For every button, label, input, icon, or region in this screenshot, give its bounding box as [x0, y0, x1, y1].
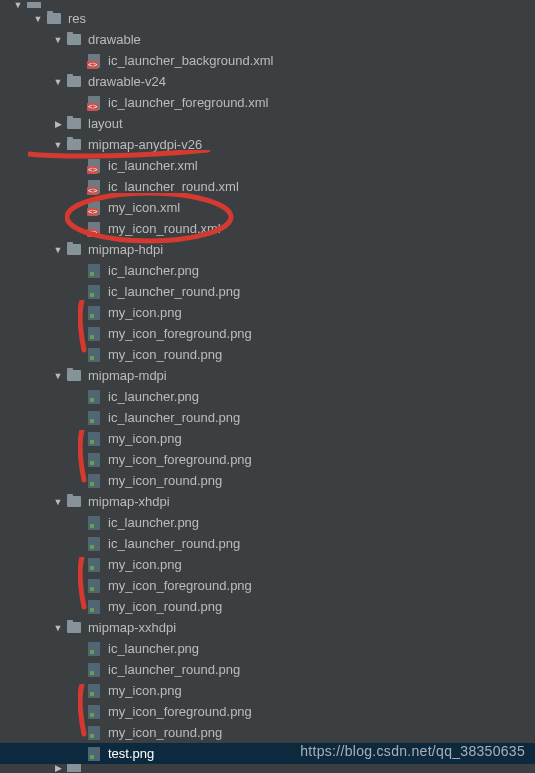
tree-row[interactable]: ▶layout: [0, 113, 535, 134]
tree-row[interactable]: my_icon.xml: [0, 197, 535, 218]
tree-row[interactable]: ic_launcher.png: [0, 260, 535, 281]
image-file-icon: [86, 725, 102, 741]
chevron-down-icon[interactable]: ▼: [52, 370, 64, 382]
tree-item-label: my_icon.png: [108, 557, 182, 572]
tree-item-label: ic_launcher.png: [108, 641, 199, 656]
tree-row[interactable]: ic_launcher_round.png: [0, 659, 535, 680]
watermark-text: https://blog.csdn.net/qq_38350635: [300, 743, 525, 759]
tree-item-label: drawable-v24: [88, 74, 166, 89]
tree-item-label: res: [68, 11, 86, 26]
xml-file-icon: [86, 179, 102, 195]
tree-row[interactable]: ic_launcher_foreground.xml: [0, 92, 535, 113]
tree-row[interactable]: my_icon.png: [0, 428, 535, 449]
tree-row[interactable]: ▶: [0, 764, 535, 772]
image-file-icon: [86, 662, 102, 678]
tree-item-label: my_icon_round.png: [108, 725, 222, 740]
chevron-down-icon[interactable]: ▼: [12, 2, 24, 8]
tree-row[interactable]: my_icon_foreground.png: [0, 449, 535, 470]
image-file-icon: [86, 305, 102, 321]
chevron-down-icon[interactable]: ▼: [52, 76, 64, 88]
tree-row[interactable]: my_icon_round.xml: [0, 218, 535, 239]
tree-row[interactable]: my_icon_round.png: [0, 596, 535, 617]
folder-icon: [26, 2, 42, 8]
tree-row[interactable]: ic_launcher.png: [0, 638, 535, 659]
tree-row[interactable]: ▼res: [0, 8, 535, 29]
chevron-right-icon[interactable]: ▶: [52, 764, 64, 772]
image-file-icon: [86, 515, 102, 531]
tree-row[interactable]: my_icon_foreground.png: [0, 701, 535, 722]
image-file-icon: [86, 683, 102, 699]
tree-row[interactable]: my_icon_round.png: [0, 344, 535, 365]
tree-row[interactable]: ic_launcher_round.xml: [0, 176, 535, 197]
tree-row[interactable]: ▼drawable-v24: [0, 71, 535, 92]
tree-item-label: ic_launcher_round.png: [108, 662, 240, 677]
tree-row[interactable]: my_icon.png: [0, 302, 535, 323]
folder-icon: [66, 74, 82, 90]
image-file-icon: [86, 347, 102, 363]
tree-row[interactable]: my_icon_foreground.png: [0, 323, 535, 344]
image-file-icon: [86, 536, 102, 552]
chevron-down-icon[interactable]: ▼: [52, 34, 64, 46]
project-tree[interactable]: ▼▼res▼drawableic_launcher_background.xml…: [0, 0, 535, 772]
tree-item-label: my_icon.png: [108, 305, 182, 320]
tree-item-label: my_icon.png: [108, 683, 182, 698]
tree-item-label: drawable: [88, 32, 141, 47]
tree-item-label: my_icon_foreground.png: [108, 578, 252, 593]
tree-item-label: ic_launcher_foreground.xml: [108, 95, 268, 110]
folder-icon: [66, 137, 82, 153]
tree-item-label: ic_launcher.xml: [108, 158, 198, 173]
tree-row[interactable]: ic_launcher.xml: [0, 155, 535, 176]
tree-row[interactable]: ic_launcher_background.xml: [0, 50, 535, 71]
image-file-icon: [86, 263, 102, 279]
xml-file-icon: [86, 200, 102, 216]
folder-icon: [66, 32, 82, 48]
tree-row[interactable]: ic_launcher.png: [0, 512, 535, 533]
tree-item-label: my_icon_round.png: [108, 599, 222, 614]
chevron-down-icon[interactable]: ▼: [52, 622, 64, 634]
xml-file-icon: [86, 95, 102, 111]
image-file-icon: [86, 599, 102, 615]
tree-item-label: ic_launcher_round.png: [108, 284, 240, 299]
chevron-right-icon[interactable]: ▶: [52, 118, 64, 130]
chevron-down-icon[interactable]: ▼: [52, 496, 64, 508]
tree-item-label: ic_launcher_background.xml: [108, 53, 273, 68]
image-file-icon: [86, 473, 102, 489]
tree-row[interactable]: ▼mipmap-mdpi: [0, 365, 535, 386]
tree-row[interactable]: ▼mipmap-hdpi: [0, 239, 535, 260]
image-file-icon: [86, 410, 102, 426]
tree-row[interactable]: my_icon_round.png: [0, 470, 535, 491]
tree-item-label: my_icon_round.xml: [108, 221, 221, 236]
tree-row[interactable]: ▼mipmap-anydpi-v26: [0, 134, 535, 155]
chevron-down-icon[interactable]: ▼: [52, 139, 64, 151]
tree-item-label: ic_launcher.png: [108, 515, 199, 530]
tree-item-label: layout: [88, 116, 123, 131]
image-file-icon: [86, 557, 102, 573]
tree-row[interactable]: ▼mipmap-xhdpi: [0, 491, 535, 512]
tree-row[interactable]: my_icon.png: [0, 554, 535, 575]
image-file-icon: [86, 704, 102, 720]
chevron-down-icon[interactable]: ▼: [32, 13, 44, 25]
tree-item-label: ic_launcher_round.png: [108, 410, 240, 425]
xml-file-icon: [86, 158, 102, 174]
tree-item-label: ic_launcher.png: [108, 263, 199, 278]
tree-row[interactable]: my_icon_round.png: [0, 722, 535, 743]
tree-item-label: ic_launcher_round.png: [108, 536, 240, 551]
xml-file-icon: [86, 53, 102, 69]
tree-item-label: my_icon.xml: [108, 200, 180, 215]
xml-file-icon: [86, 221, 102, 237]
image-file-icon: [86, 578, 102, 594]
tree-row[interactable]: my_icon_foreground.png: [0, 575, 535, 596]
image-file-icon: [86, 326, 102, 342]
tree-row[interactable]: my_icon.png: [0, 680, 535, 701]
tree-row[interactable]: ic_launcher.png: [0, 386, 535, 407]
tree-row[interactable]: ▼drawable: [0, 29, 535, 50]
tree-item-label: ic_launcher.png: [108, 389, 199, 404]
folder-icon: [66, 494, 82, 510]
tree-row[interactable]: ▼mipmap-xxhdpi: [0, 617, 535, 638]
chevron-down-icon[interactable]: ▼: [52, 244, 64, 256]
tree-row[interactable]: ic_launcher_round.png: [0, 281, 535, 302]
tree-item-label: my_icon_foreground.png: [108, 704, 252, 719]
image-file-icon: [86, 452, 102, 468]
tree-row[interactable]: ic_launcher_round.png: [0, 533, 535, 554]
tree-row[interactable]: ic_launcher_round.png: [0, 407, 535, 428]
